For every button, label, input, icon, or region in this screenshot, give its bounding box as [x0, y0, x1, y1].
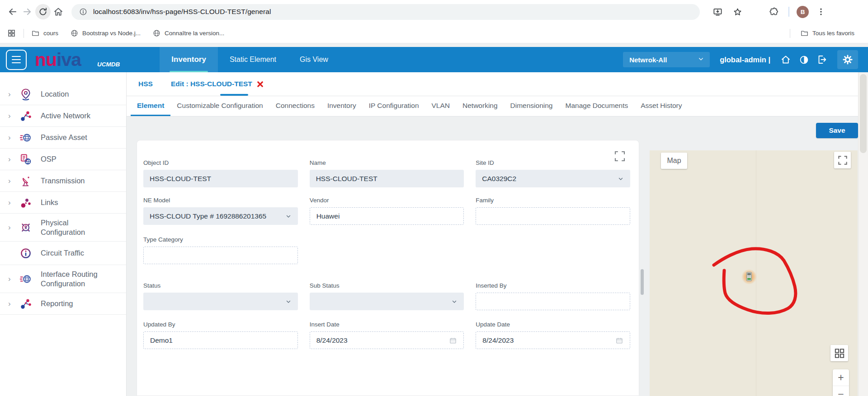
name-input[interactable]: HSS-CLOUD-TEST [310, 170, 464, 187]
chevron-right-icon: › [8, 275, 18, 284]
reload-icon[interactable] [35, 4, 51, 19]
forward-icon[interactable] [20, 4, 35, 19]
inserted-by-input[interactable] [476, 293, 630, 310]
tab-manage-documents[interactable]: Manage Documents [559, 96, 634, 116]
tab-hss[interactable]: HSS [138, 80, 153, 88]
insert-date-input[interactable]: 8/24/2023 [310, 331, 464, 349]
field-type-category: Type Category [143, 236, 298, 264]
home-icon[interactable] [777, 51, 795, 69]
network-select[interactable]: Netwrok-All [623, 52, 710, 67]
bookmark-bootstrap[interactable]: Bootstrap vs Node.j... [70, 29, 141, 37]
tab-networking[interactable]: Networking [456, 96, 504, 116]
entity-tabs-row: HSS Edit : HSS-CLOUD-TEST [127, 72, 868, 96]
nav-tab-inventory[interactable]: Inventory [160, 47, 218, 72]
contrast-icon[interactable] [795, 51, 813, 69]
browser-home-icon[interactable] [51, 4, 66, 19]
sidebar-item-circuit-traffic[interactable]: › Circuit Traffic [0, 242, 126, 265]
sidebar-item-location[interactable]: › Location [0, 84, 126, 105]
sidebar-item-osp[interactable]: › OSP [0, 149, 126, 170]
type-category-input[interactable] [143, 247, 298, 264]
info-icon [18, 246, 33, 261]
menu-toggle-button[interactable] [6, 50, 27, 70]
sidebar-item-physical-configuration[interactable]: › Physical Configuration [0, 214, 126, 242]
form-scrollbar-thumb[interactable] [641, 269, 644, 295]
chevron-down-icon [285, 298, 292, 305]
url-text[interactable]: localhost:6083/inv/hss-page/HSS-CLOUD-TE… [93, 8, 271, 16]
object-id-input[interactable]: HSS-CLOUD-TEST [143, 170, 298, 187]
browser-scrollbar-thumb[interactable] [860, 74, 867, 153]
main-nav: Inventory Static Element Gis View [160, 47, 340, 72]
nav-tab-gis-view[interactable]: Gis View [288, 47, 340, 72]
tab-element[interactable]: Element [131, 96, 170, 116]
tab-ip-configuration[interactable]: IP Configuration [363, 96, 425, 116]
map-grid-view-icon[interactable] [830, 345, 848, 361]
chevron-down-icon [698, 56, 704, 64]
extensions-icon[interactable] [766, 4, 781, 19]
logout-icon[interactable] [813, 51, 831, 69]
chevron-right-icon: › [8, 177, 18, 186]
device-map-marker[interactable] [741, 269, 757, 285]
chevron-down-icon [618, 176, 624, 182]
gear-wrench-icon [18, 220, 33, 235]
updated-by-input[interactable]: Demo1 [143, 331, 298, 349]
bookmark-cours[interactable]: cours [31, 29, 58, 37]
sidebar-item-reporting[interactable]: › Reporting [0, 293, 126, 315]
satellite-dish-icon [18, 173, 33, 189]
calendar-icon[interactable] [449, 336, 457, 345]
chevron-right-icon: › [8, 155, 18, 164]
profile-avatar[interactable]: B [797, 6, 809, 18]
zoom-in-button[interactable]: + [833, 369, 849, 386]
bookmark-connaitre[interactable]: Connaître la version... [152, 29, 224, 37]
site-id-select[interactable]: CA0329C2 [476, 170, 630, 187]
all-favorites[interactable]: Tous les favoris [790, 29, 854, 38]
status-select[interactable] [143, 293, 298, 310]
logo-subtitle: UCMDB [97, 61, 120, 68]
tab-connections[interactable]: Connections [269, 96, 321, 116]
tab-asset-history[interactable]: Asset History [634, 96, 688, 116]
map-layer-chip[interactable]: Map [661, 153, 687, 169]
browser-menu-icon[interactable] [813, 4, 829, 19]
back-icon[interactable] [5, 4, 20, 19]
ne-model-select[interactable]: HSS-CLOUD Type # 1692886201365 [143, 207, 298, 225]
map-panel[interactable]: Map + − [650, 150, 858, 396]
sidebar-item-links[interactable]: › Links [0, 192, 126, 214]
app-header: nuiva UCMDB Inventory Static Element Gis… [0, 47, 868, 72]
tab-inventory[interactable]: Inventory [321, 96, 363, 116]
sidebar-item-interface-routing-configuration[interactable]: › Interface Routing Configuration [0, 265, 126, 293]
field-insert-date: Insert Date 8/24/2023 [310, 321, 464, 349]
folder-icon [31, 29, 40, 37]
calendar-icon[interactable] [615, 336, 623, 345]
sidebar-item-active-network[interactable]: › Active Network [0, 105, 126, 127]
nav-tab-static-element[interactable]: Static Element [218, 47, 288, 72]
network-icon [18, 108, 33, 124]
zoom-out-button[interactable]: − [833, 386, 849, 396]
save-button[interactable]: Save [816, 123, 858, 138]
install-icon[interactable] [710, 4, 725, 19]
map-zoom-control: + − [833, 369, 849, 396]
vendor-input[interactable]: Huawei [310, 207, 464, 225]
chevron-right-icon: › [8, 90, 18, 99]
field-family: Family [476, 197, 630, 225]
close-icon[interactable] [256, 80, 264, 88]
tab-customizable-configuration[interactable]: Customizable Configuration [170, 96, 269, 116]
site-info-icon[interactable] [79, 7, 88, 16]
map-fullscreen-icon[interactable] [834, 152, 851, 168]
sub-status-select[interactable] [310, 293, 464, 310]
chevron-down-icon [285, 213, 292, 219]
bookmark-star-icon[interactable] [730, 4, 745, 19]
apps-grid-icon[interactable] [4, 26, 19, 41]
network-icon [18, 296, 33, 312]
tab-dimensioning[interactable]: Dimensioning [504, 96, 559, 116]
sidebar-item-transmission[interactable]: › Transmission [0, 170, 126, 192]
globe-speed-icon [18, 271, 33, 287]
family-input[interactable] [476, 207, 630, 225]
settings-gear-icon[interactable] [837, 50, 858, 69]
tab-edit-hss-cloud-test[interactable]: Edit : HSS-CLOUD-TEST [171, 80, 264, 88]
chevron-right-icon: › [8, 133, 18, 142]
browser-scrollbar[interactable] [858, 72, 868, 396]
expand-icon[interactable] [612, 148, 628, 164]
tab-vlan[interactable]: VLAN [425, 96, 457, 116]
sidebar-item-passive-asset[interactable]: › Passive Asset [0, 127, 126, 149]
update-date-input[interactable]: 8/24/2023 [476, 331, 630, 349]
url-bar[interactable]: localhost:6083/inv/hss-page/HSS-CLOUD-TE… [71, 4, 700, 20]
